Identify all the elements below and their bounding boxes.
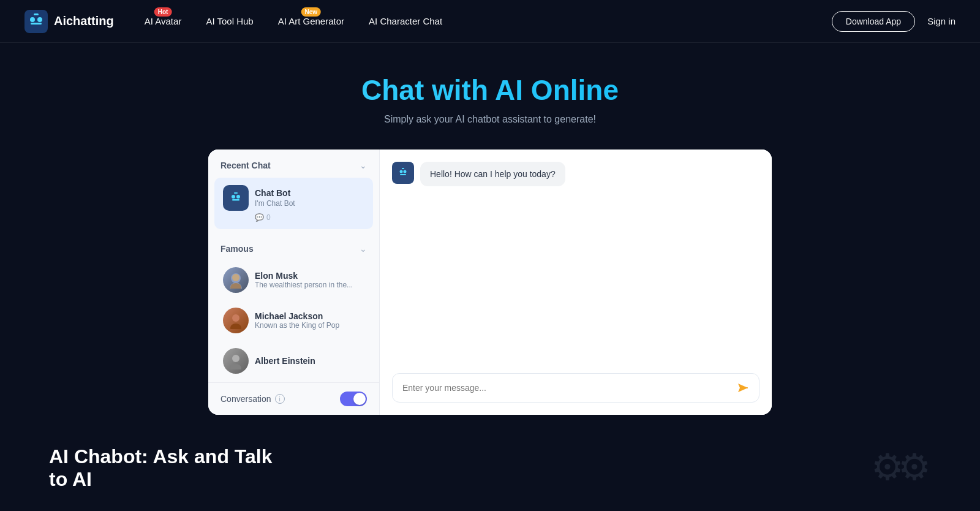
- hot-badge: Hot: [154, 7, 172, 17]
- chat-input[interactable]: [402, 383, 729, 393]
- hero-title: Chat with AI Online: [12, 74, 968, 107]
- famous-title: Famous: [221, 244, 254, 254]
- famous-header: Famous ⌄: [208, 233, 379, 261]
- chat-main: Hello! How can I help you today?: [380, 150, 772, 415]
- bot-message-avatar: [392, 162, 414, 184]
- elon-musk-name: Elon Musk: [255, 271, 353, 281]
- svg-point-11: [232, 274, 239, 281]
- mj-avatar-face: [227, 312, 244, 329]
- nav-ai-art-generator-label: AI Art Generator: [278, 16, 344, 26]
- nav-right: Download App Sign in: [832, 11, 956, 32]
- hero-section: Chat with AI Online Simply ask your AI c…: [0, 43, 980, 150]
- chat-bot-meta: 💬 0: [255, 213, 364, 222]
- chat-messages: Hello! How can I help you today?: [392, 162, 760, 373]
- albert-einstein-name: Albert Einstein: [255, 356, 315, 366]
- bottom-section: AI Chabot: Ask and Talk to AI ⚙ ⚙: [0, 415, 980, 503]
- svg-rect-7: [232, 199, 239, 201]
- svg-point-16: [230, 364, 241, 369]
- michael-jackson-item[interactable]: Michael Jackson Known as the King of Pop: [214, 301, 373, 339]
- chat-bot-info: Chat Bot I'm Chat Bot: [255, 188, 364, 208]
- nav-ai-avatar-label: AI Avatar: [145, 16, 182, 26]
- bot-message-row: Hello! How can I help you today?: [392, 162, 760, 186]
- elon-musk-item[interactable]: Elon Musk The wealthiest person in the..…: [214, 261, 373, 299]
- svg-rect-8: [234, 192, 238, 194]
- chat-bot-msg-count: 0: [266, 213, 271, 222]
- logo[interactable]: Aichatting: [24, 10, 114, 33]
- chat-container: Recent Chat ⌄ Chat Bot I'm Chat Bot: [208, 150, 772, 415]
- hero-subtitle: Simply ask your AI chatbot assistant to …: [12, 114, 968, 125]
- nav-ai-character-chat-label: AI Character Chat: [369, 16, 442, 26]
- navbar: Aichatting Hot AI Avatar AI Tool Hub New…: [0, 0, 980, 43]
- recent-chat-header: Recent Chat ⌄: [208, 150, 379, 178]
- bot-message-avatar-icon: [396, 166, 410, 180]
- conversation-text: Conversation: [221, 394, 271, 404]
- nav-ai-character-chat[interactable]: AI Character Chat: [369, 16, 442, 26]
- famous-chevron-icon: ⌄: [360, 244, 367, 254]
- nav-ai-avatar[interactable]: Hot AI Avatar: [145, 16, 182, 26]
- new-badge: New: [301, 7, 322, 17]
- conversation-toggle[interactable]: [340, 392, 367, 406]
- svg-rect-3: [31, 23, 42, 25]
- svg-point-18: [404, 170, 407, 173]
- svg-point-1: [30, 17, 35, 22]
- chat-bot-item[interactable]: Chat Bot I'm Chat Bot 💬 0: [214, 178, 373, 229]
- elon-musk-info: Elon Musk The wealthiest person in the..…: [255, 271, 353, 289]
- svg-point-6: [236, 195, 240, 199]
- svg-point-2: [37, 17, 42, 22]
- nav-ai-tool-hub-label: AI Tool Hub: [206, 16, 253, 26]
- svg-rect-0: [24, 10, 48, 33]
- sidebar: Recent Chat ⌄ Chat Bot I'm Chat Bot: [208, 150, 380, 415]
- send-button[interactable]: [736, 381, 749, 395]
- chat-bot-desc: I'm Chat Bot: [255, 199, 364, 208]
- gear-icon-2: ⚙: [898, 445, 931, 488]
- conversation-info-icon[interactable]: i: [275, 394, 285, 404]
- svg-rect-20: [402, 168, 404, 169]
- michael-jackson-avatar: [223, 308, 249, 333]
- svg-rect-4: [34, 13, 39, 15]
- chat-input-area[interactable]: [392, 373, 760, 403]
- einstein-avatar-face: [227, 352, 244, 369]
- bot-message-bubble: Hello! How can I help you today?: [420, 162, 565, 186]
- svg-point-17: [400, 170, 403, 173]
- albert-einstein-item[interactable]: Albert Einstein: [214, 342, 373, 380]
- signin-button[interactable]: Sign in: [927, 16, 956, 26]
- recent-chat-title: Recent Chat: [221, 161, 271, 170]
- chatbot-avatar-icon: [228, 190, 244, 206]
- svg-rect-19: [400, 174, 406, 175]
- elon-avatar-face: [227, 271, 244, 289]
- logo-icon: [24, 10, 48, 33]
- elon-musk-avatar: [223, 267, 249, 293]
- elon-musk-desc: The wealthiest person in the...: [255, 281, 353, 289]
- michael-jackson-name: Michael Jackson: [255, 311, 339, 321]
- albert-einstein-avatar: [223, 348, 249, 374]
- svg-point-5: [232, 195, 235, 199]
- chat-bot-avatar: [223, 185, 249, 211]
- chat-bot-header: Chat Bot I'm Chat Bot: [223, 185, 364, 211]
- gear-icons-decoration: ⚙ ⚙: [871, 445, 931, 488]
- chat-bot-name: Chat Bot: [255, 188, 364, 198]
- nav-items: Hot AI Avatar AI Tool Hub New AI Art Gen…: [145, 16, 832, 26]
- albert-einstein-info: Albert Einstein: [255, 356, 315, 366]
- bottom-title: AI Chabot: Ask and Talk to AI: [49, 445, 294, 491]
- michael-jackson-info: Michael Jackson Known as the King of Pop: [255, 311, 339, 330]
- recent-chat-chevron-icon: ⌄: [360, 161, 367, 170]
- message-bubble-icon: 💬: [255, 213, 264, 222]
- send-icon: [736, 381, 749, 395]
- download-button[interactable]: Download App: [832, 11, 915, 32]
- svg-point-13: [232, 314, 239, 322]
- michael-jackson-desc: Known as the King of Pop: [255, 321, 339, 330]
- conversation-label-area: Conversation i: [221, 394, 285, 404]
- sidebar-footer: Conversation i: [208, 382, 379, 415]
- nav-ai-art-generator[interactable]: New AI Art Generator: [278, 16, 344, 26]
- logo-text: Aichatting: [54, 14, 114, 28]
- svg-point-14: [230, 324, 241, 329]
- nav-ai-tool-hub[interactable]: AI Tool Hub: [206, 16, 253, 26]
- svg-point-15: [232, 355, 239, 362]
